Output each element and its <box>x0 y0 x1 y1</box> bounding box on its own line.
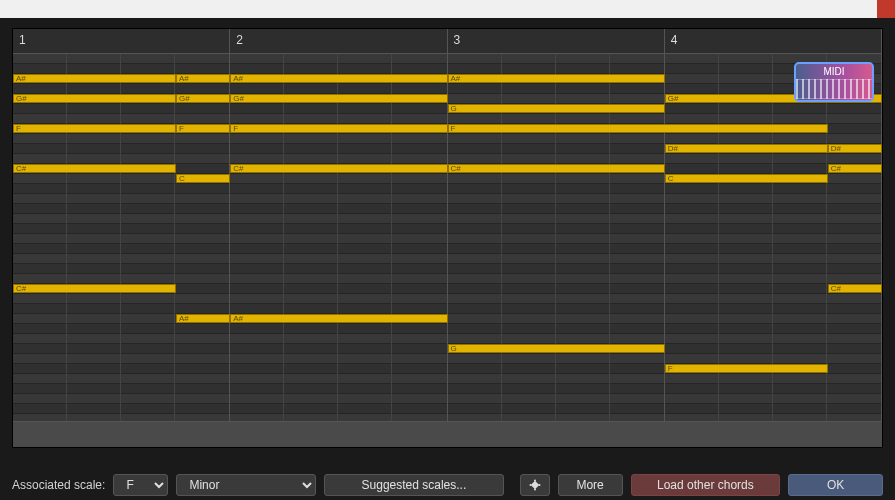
ruler-bar[interactable]: 3 <box>448 29 665 53</box>
note-block[interactable]: D# <box>665 144 828 153</box>
svg-point-1 <box>529 484 531 486</box>
ruler-bar[interactable]: 1 <box>13 29 230 53</box>
svg-point-3 <box>534 480 536 482</box>
svg-rect-0 <box>530 481 538 489</box>
ruler-bar[interactable]: 4 <box>665 29 882 53</box>
ruler-bar[interactable]: 2 <box>230 29 447 53</box>
note-block[interactable]: G <box>448 104 665 113</box>
scale-root-select[interactable]: CC#DD#EFF#GG#AA#B <box>113 474 168 496</box>
footer-toolbar: Associated scale: CC#DD#EFF#GG#AA#B Majo… <box>0 470 895 500</box>
midi-badge-label: MIDI <box>796 66 872 77</box>
note-block[interactable]: A# <box>176 74 230 83</box>
note-block[interactable]: A# <box>230 74 447 83</box>
note-block[interactable]: G# <box>13 94 176 103</box>
note-block[interactable]: C# <box>13 284 176 293</box>
note-block[interactable]: A# <box>176 314 230 323</box>
window-titlebar <box>0 0 895 18</box>
svg-point-4 <box>534 489 536 491</box>
note-block[interactable]: A# <box>13 74 176 83</box>
bottom-track-strip[interactable] <box>13 421 882 447</box>
note-block[interactable]: C# <box>230 164 447 173</box>
scale-mode-select[interactable]: MajorMinorDorianPhrygianLydianMixolydian… <box>176 474 316 496</box>
midi-preview-icon <box>796 79 872 99</box>
piano-roll-editor: 1 2 3 4 A#A#A#A#G#G#G#G#GFFFFD#D#C#C#C#C… <box>12 28 883 448</box>
note-block[interactable]: G <box>448 344 665 353</box>
notes-layer: A#A#A#A#G#G#G#G#GFFFFD#D#C#C#C#C#CCC#C#A… <box>13 54 882 421</box>
midi-drag-badge[interactable]: MIDI <box>794 62 874 102</box>
note-block[interactable]: C# <box>828 164 882 173</box>
note-block[interactable]: A# <box>230 314 447 323</box>
note-block[interactable]: C <box>665 174 828 183</box>
note-block[interactable]: G# <box>176 94 230 103</box>
load-other-chords-button[interactable]: Load other chords <box>631 474 781 496</box>
diamond-icon <box>528 478 542 492</box>
note-block[interactable]: G# <box>230 94 447 103</box>
ok-button[interactable]: OK <box>788 474 883 496</box>
note-block[interactable]: C <box>176 174 230 183</box>
close-icon[interactable] <box>877 0 895 18</box>
note-block[interactable]: C# <box>448 164 665 173</box>
scale-label: Associated scale: <box>12 478 105 492</box>
note-block[interactable]: A# <box>448 74 665 83</box>
note-block[interactable]: F <box>176 124 230 133</box>
note-grid[interactable]: A#A#A#A#G#G#G#G#GFFFFD#D#C#C#C#C#CCC#C#A… <box>13 54 882 421</box>
note-block[interactable]: C# <box>13 164 176 173</box>
note-block[interactable]: F <box>665 364 828 373</box>
note-block[interactable]: D# <box>828 144 882 153</box>
note-block[interactable]: F <box>230 124 447 133</box>
tools-button[interactable] <box>520 474 550 496</box>
note-block[interactable]: F <box>448 124 828 133</box>
suggested-scales-button[interactable]: Suggested scales... <box>324 474 504 496</box>
bar-ruler[interactable]: 1 2 3 4 <box>13 29 882 54</box>
svg-point-2 <box>538 484 540 486</box>
note-block[interactable]: F <box>13 124 176 133</box>
more-button[interactable]: More <box>558 474 623 496</box>
note-block[interactable]: C# <box>828 284 882 293</box>
